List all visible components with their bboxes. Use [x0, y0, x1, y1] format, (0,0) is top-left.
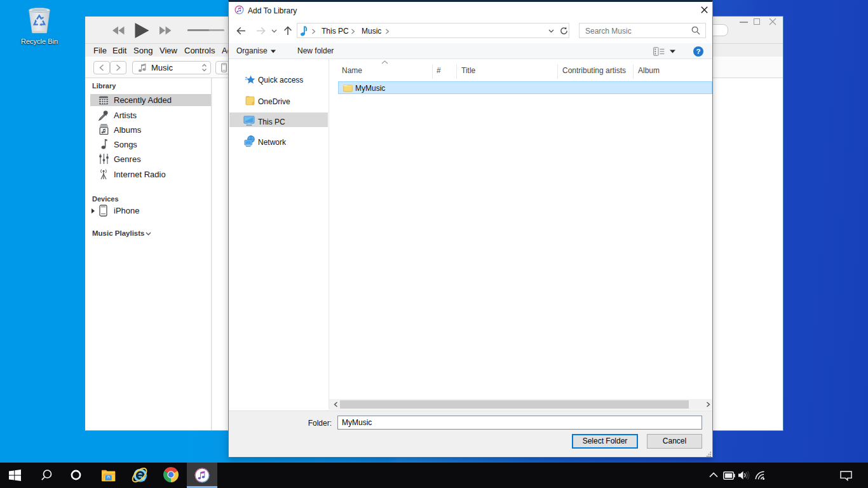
svg-text:?: ? — [696, 48, 700, 55]
